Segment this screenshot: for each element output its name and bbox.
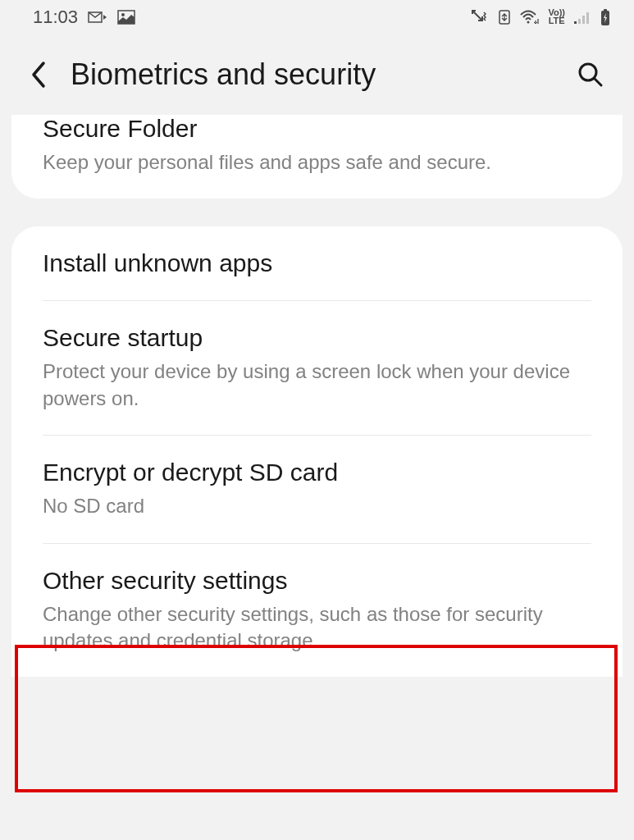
- settings-item-install-unknown[interactable]: Install unknown apps: [11, 226, 623, 300]
- wifi-icon: [520, 9, 540, 25]
- item-subtitle: Keep your personal files and apps safe a…: [43, 149, 591, 176]
- item-title: Secure Folder: [43, 115, 591, 143]
- battery-charging-icon: [600, 8, 611, 26]
- signal-icon: [573, 10, 591, 25]
- svg-point-4: [527, 21, 530, 24]
- svg-rect-5: [574, 21, 577, 24]
- settings-item-secure-folder[interactable]: Secure Folder Keep your personal files a…: [11, 115, 623, 199]
- item-title: Secure startup: [43, 324, 591, 352]
- settings-card-1: Secure Folder Keep your personal files a…: [11, 115, 623, 199]
- status-right: Vo)) LTE: [471, 8, 611, 26]
- settings-item-encrypt-sd[interactable]: Encrypt or decrypt SD card No SD card: [11, 436, 623, 542]
- item-subtitle: Change other security settings, such as …: [43, 601, 591, 655]
- svg-rect-6: [578, 19, 581, 24]
- status-bar: 11:03 Vo)) LTE: [0, 0, 634, 34]
- page-title: Biometrics and security: [71, 57, 554, 92]
- item-subtitle: Protect your device by using a screen lo…: [43, 358, 591, 412]
- card-spacer: [0, 199, 634, 226]
- settings-item-secure-startup[interactable]: Secure startup Protect your device by us…: [11, 301, 623, 435]
- search-button[interactable]: [570, 61, 611, 89]
- status-time: 11:03: [33, 7, 78, 28]
- svg-rect-8: [586, 12, 589, 24]
- item-subtitle: No SD card: [43, 493, 591, 519]
- search-icon: [577, 61, 604, 89]
- item-title: Other security settings: [43, 567, 591, 595]
- svg-rect-7: [582, 16, 585, 24]
- svg-rect-10: [604, 9, 607, 11]
- status-left: 11:03: [33, 7, 135, 28]
- settings-card-2: Install unknown apps Secure startup Prot…: [11, 226, 623, 677]
- chevron-left-icon: [30, 60, 48, 89]
- picture-icon: [117, 10, 135, 25]
- mail-icon: [88, 10, 107, 25]
- item-title: Install unknown apps: [43, 249, 591, 277]
- lte-icon: Vo)) LTE: [548, 9, 565, 25]
- svg-point-2: [121, 13, 125, 16]
- item-title: Encrypt or decrypt SD card: [43, 459, 591, 486]
- data-saver-icon: [497, 9, 512, 25]
- vibrate-icon: [471, 9, 489, 25]
- header: Biometrics and security: [0, 34, 634, 115]
- back-button[interactable]: [23, 60, 54, 89]
- settings-item-other-security[interactable]: Other security settings Change other sec…: [11, 544, 623, 678]
